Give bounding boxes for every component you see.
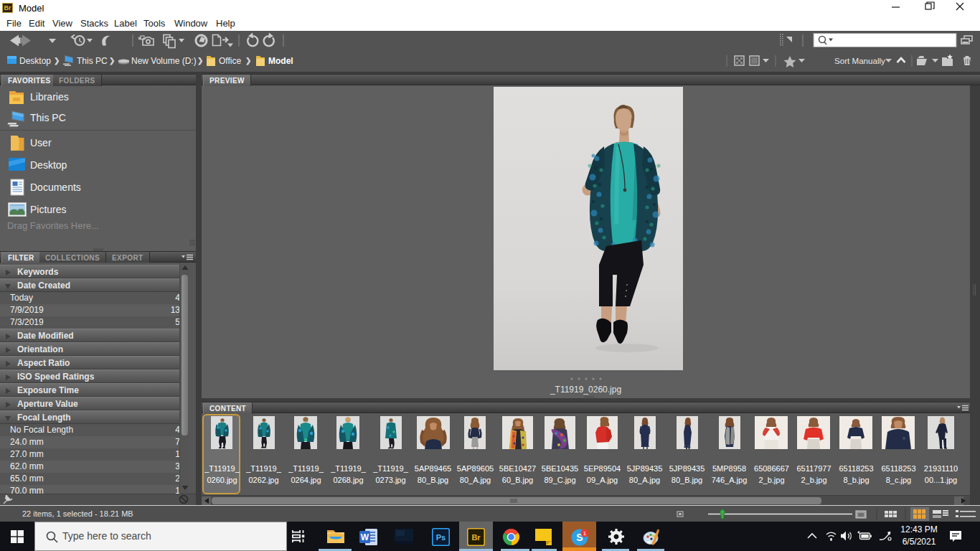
svg-text:Ps: Ps	[436, 533, 446, 542]
svg-text:Sort Manually: Sort Manually	[834, 56, 885, 65]
svg-text:1: 1	[583, 530, 587, 537]
svg-text:W: W	[361, 532, 369, 542]
svg-text:Br: Br	[471, 533, 481, 542]
